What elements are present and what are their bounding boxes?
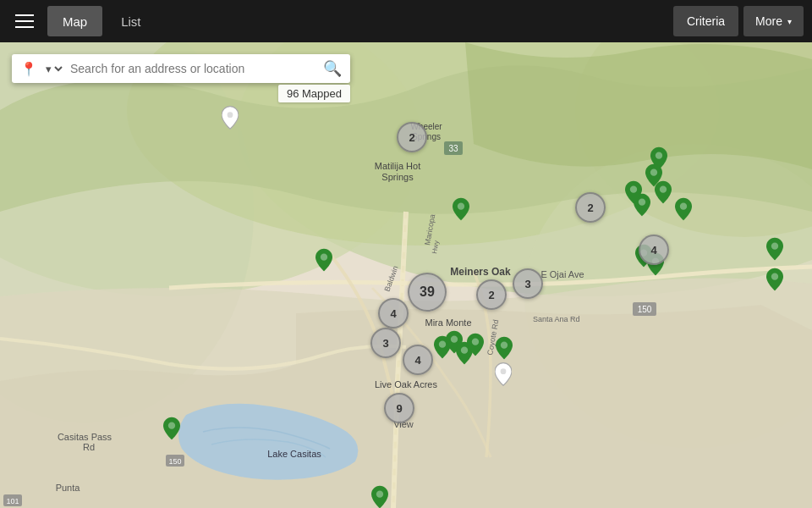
criteria-button[interactable]: Criteria [673, 6, 738, 36]
cluster-map-pin[interactable]: 4 [403, 345, 433, 375]
more-button[interactable]: More ▾ [743, 6, 804, 36]
cluster-map-pin[interactable]: 9 [384, 393, 414, 423]
location-type-select[interactable]: ▾ [42, 62, 65, 76]
svg-point-35 [321, 254, 327, 261]
map-container[interactable]: Matilija Hot Springs Meiners Oak E Ojai … [0, 42, 812, 508]
cluster-map-pin[interactable]: 4 [378, 298, 409, 329]
svg-text:Live Oak Acres: Live Oak Acres [375, 379, 437, 389]
green-map-pin[interactable] [655, 180, 672, 207]
cluster-map-pin[interactable]: 3 [513, 268, 543, 299]
navbar: Map List Criteria More ▾ [0, 0, 812, 42]
green-map-pin[interactable] [163, 417, 180, 444]
svg-text:Casitas Pass: Casitas Pass [58, 432, 112, 442]
cluster-map-pin[interactable]: 2 [397, 122, 427, 152]
search-input[interactable] [70, 62, 323, 75]
svg-text:Punta: Punta [56, 483, 81, 493]
svg-point-47 [439, 341, 446, 348]
svg-text:101: 101 [6, 497, 19, 505]
green-map-pin[interactable] [496, 336, 513, 363]
mapped-badge: 96 Mapped [278, 85, 350, 102]
white-map-pin[interactable] [222, 106, 239, 133]
svg-text:Santa Ana Rd: Santa Ana Rd [533, 315, 580, 323]
green-map-pin[interactable] [315, 248, 332, 275]
green-map-pin[interactable] [766, 268, 783, 295]
svg-text:Meiners Oak: Meiners Oak [450, 266, 511, 278]
svg-point-53 [376, 491, 383, 498]
svg-text:Springs: Springs [381, 172, 414, 182]
green-map-pin[interactable] [371, 485, 388, 508]
green-map-pin[interactable] [467, 333, 484, 360]
green-map-pin[interactable] [453, 197, 469, 224]
svg-text:Matilija Hot: Matilija Hot [375, 161, 420, 171]
more-arrow-icon: ▾ [787, 17, 792, 26]
svg-point-46 [771, 273, 778, 280]
svg-text:Mira Monte: Mira Monte [425, 318, 471, 328]
search-button[interactable]: 🔍 [323, 59, 342, 78]
svg-point-39 [660, 186, 667, 193]
svg-text:Lake Casitas: Lake Casitas [267, 449, 321, 459]
location-pin-icon: 📍 [20, 61, 37, 77]
search-bar: 📍 ▾ 🔍 [12, 54, 350, 83]
list-tab[interactable]: List [106, 6, 156, 36]
cluster-map-pin[interactable]: 4 [639, 235, 669, 265]
cluster-map-pin[interactable]: 2 [476, 279, 507, 310]
svg-point-50 [472, 339, 479, 345]
green-map-pin[interactable] [675, 197, 692, 224]
svg-point-42 [680, 203, 687, 210]
green-map-pin[interactable] [766, 237, 783, 264]
svg-point-45 [771, 243, 778, 250]
svg-point-55 [501, 368, 507, 374]
svg-point-51 [501, 342, 508, 349]
map-tab[interactable]: Map [47, 6, 102, 36]
svg-point-37 [656, 152, 662, 159]
svg-point-54 [228, 112, 233, 118]
green-map-pin[interactable] [625, 180, 642, 207]
cluster-map-pin[interactable]: 2 [575, 192, 606, 223]
white-map-pin[interactable] [495, 362, 512, 389]
svg-point-52 [168, 422, 175, 429]
svg-point-41 [630, 186, 637, 193]
svg-text:Rd: Rd [83, 442, 95, 452]
svg-text:150: 150 [638, 305, 652, 314]
cluster-map-pin[interactable]: 3 [370, 328, 401, 358]
hamburger-button[interactable] [8, 8, 41, 35]
svg-text:33: 33 [448, 144, 458, 153]
svg-point-36 [458, 203, 464, 210]
map-background: Matilija Hot Springs Meiners Oak E Ojai … [0, 42, 812, 508]
cluster-map-pin[interactable]: 39 [408, 273, 447, 312]
svg-point-38 [650, 169, 657, 176]
search-overlay: 📍 ▾ 🔍 96 Mapped [12, 54, 350, 102]
svg-text:150: 150 [168, 457, 181, 466]
svg-text:E Ojai Ave: E Ojai Ave [540, 269, 584, 279]
